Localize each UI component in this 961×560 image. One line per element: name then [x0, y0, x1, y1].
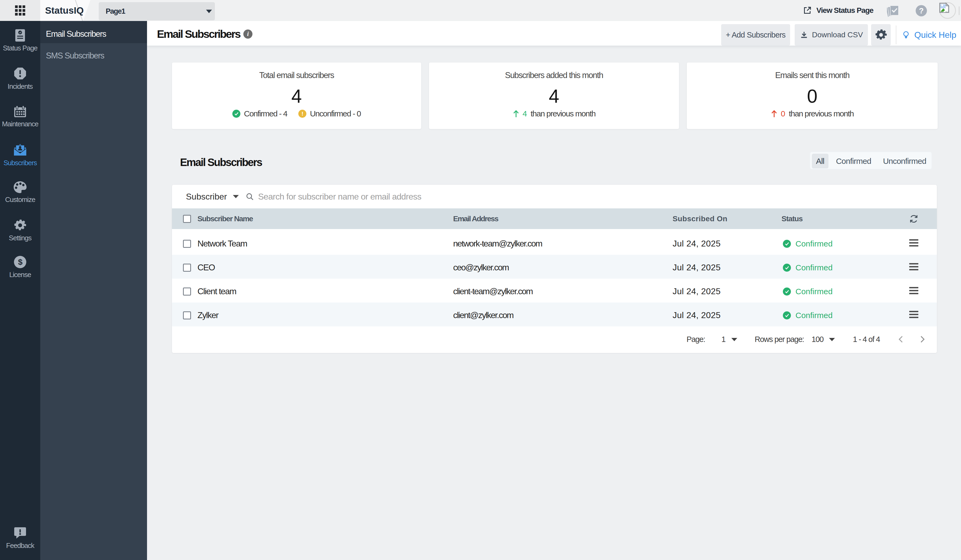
svg-text:$: $	[18, 257, 22, 266]
